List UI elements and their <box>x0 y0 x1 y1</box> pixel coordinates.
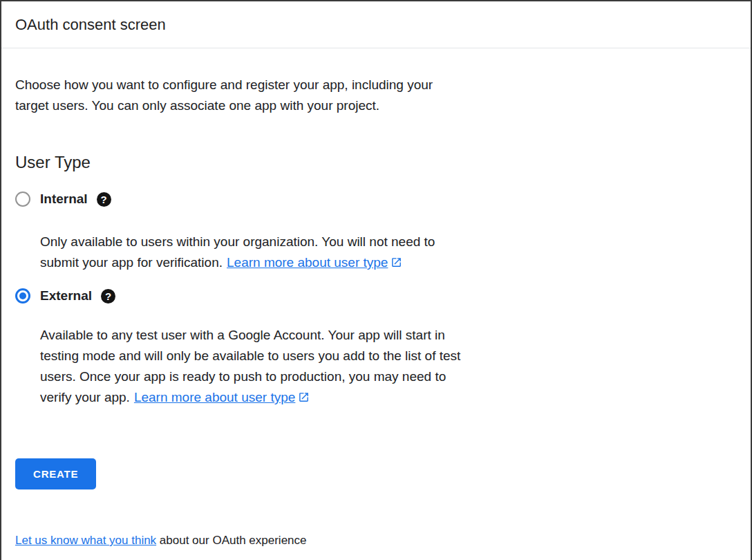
external-learn-more-label[interactable]: Learn more about user type <box>134 390 295 404</box>
external-desc-line-4: verify your app. <box>40 390 130 404</box>
page-title: OAuth consent screen <box>15 16 737 34</box>
external-learn-more-link[interactable]: Learn more about user type <box>134 390 310 404</box>
user-type-heading: User Type <box>15 152 737 173</box>
feedback-link[interactable]: Let us know what you think <box>15 534 156 547</box>
feedback-text: Let us know what you think about our OAu… <box>15 532 737 549</box>
external-desc-line-3: users. Once your app is ready to push to… <box>40 369 446 384</box>
open-in-new-icon <box>391 256 402 268</box>
oauth-consent-page: OAuth consent screen Choose how you want… <box>0 0 752 560</box>
user-type-option-internal[interactable]: Internal ? <box>15 192 737 207</box>
external-radio-label[interactable]: External <box>40 288 92 304</box>
intro-line-2: target users. You can only associate one… <box>15 98 379 113</box>
external-description: Available to any test user with a Google… <box>40 325 737 408</box>
internal-radio-button[interactable] <box>15 192 30 207</box>
internal-desc-line-1: Only available to users within your orga… <box>40 234 435 249</box>
page-header: OAuth consent screen <box>1 1 751 48</box>
intro-line-1: Choose how you want to configure and reg… <box>15 77 433 92</box>
internal-desc-line-2: submit your app for verification. <box>40 255 223 270</box>
external-help-icon[interactable]: ? <box>101 289 115 304</box>
external-desc-line-1: Available to any test user with a Google… <box>40 328 445 342</box>
internal-radio-label[interactable]: Internal <box>40 192 88 207</box>
internal-help-icon[interactable]: ? <box>97 192 111 207</box>
user-type-option-external[interactable]: External ? <box>15 288 737 304</box>
open-in-new-icon <box>298 391 310 403</box>
create-button[interactable]: CREATE <box>15 458 96 489</box>
external-desc-line-2: testing mode and will only be available … <box>40 348 460 363</box>
feedback-rest: about our OAuth experience <box>156 534 306 547</box>
internal-description: Only available to users within your orga… <box>40 232 737 273</box>
internal-learn-more-label[interactable]: Learn more about user type <box>227 255 388 270</box>
page-content: Choose how you want to configure and reg… <box>1 75 751 549</box>
internal-learn-more-link[interactable]: Learn more about user type <box>227 255 402 270</box>
intro-text: Choose how you want to configure and reg… <box>15 75 737 116</box>
external-radio-button[interactable] <box>15 288 30 304</box>
